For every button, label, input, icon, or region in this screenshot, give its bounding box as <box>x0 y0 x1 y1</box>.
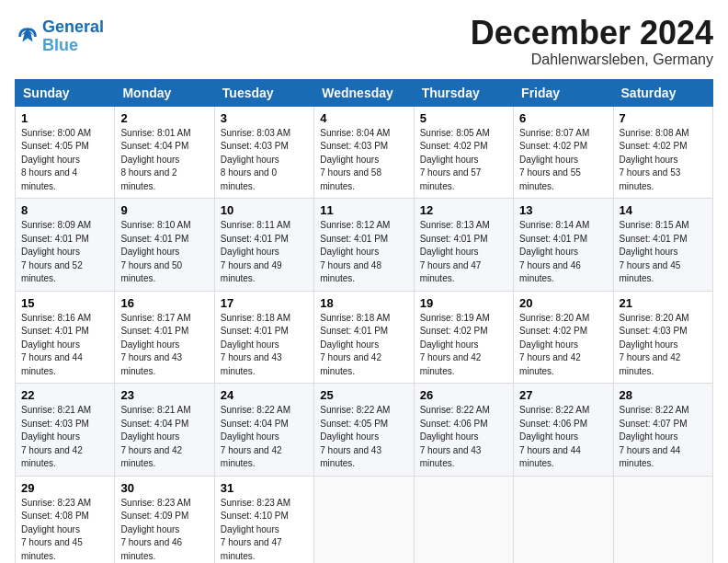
calendar-cell: 14Sunrise: 8:15 AMSunset: 4:01 PMDayligh… <box>613 199 712 292</box>
logo: General Blue <box>15 18 104 55</box>
day-number: 26 <box>420 388 507 402</box>
calendar-cell <box>314 476 414 563</box>
calendar-cell: 11Sunrise: 8:12 AMSunset: 4:01 PMDayligh… <box>314 199 414 292</box>
day-number: 14 <box>620 203 707 217</box>
calendar-cell: 16Sunrise: 8:17 AMSunset: 4:01 PMDayligh… <box>115 291 214 384</box>
day-number: 18 <box>320 296 407 310</box>
calendar-cell: 28Sunrise: 8:22 AMSunset: 4:07 PMDayligh… <box>613 384 712 477</box>
day-info: Sunrise: 8:22 AMSunset: 4:05 PMDaylight … <box>320 404 407 471</box>
day-number: 25 <box>320 388 407 402</box>
day-number: 16 <box>120 296 208 310</box>
weekday-header-row: SundayMondayTuesdayWednesdayThursdayFrid… <box>16 79 713 106</box>
day-number: 31 <box>221 481 308 495</box>
calendar-cell: 20Sunrise: 8:20 AMSunset: 4:02 PMDayligh… <box>514 291 613 384</box>
calendar-cell <box>514 476 613 563</box>
day-info: Sunrise: 8:05 AMSunset: 4:02 PMDaylight … <box>420 127 507 194</box>
calendar-week-5: 29Sunrise: 8:23 AMSunset: 4:08 PMDayligh… <box>16 476 713 563</box>
day-number: 5 <box>420 111 507 125</box>
day-number: 22 <box>21 388 108 402</box>
day-info: Sunrise: 8:21 AMSunset: 4:03 PMDaylight … <box>21 404 108 471</box>
day-number: 28 <box>620 388 707 402</box>
day-info: Sunrise: 8:08 AMSunset: 4:02 PMDaylight … <box>620 127 707 194</box>
calendar-cell: 19Sunrise: 8:19 AMSunset: 4:02 PMDayligh… <box>414 291 513 384</box>
calendar-body: 1Sunrise: 8:00 AMSunset: 4:05 PMDaylight… <box>16 106 713 563</box>
day-info: Sunrise: 8:22 AMSunset: 4:06 PMDaylight … <box>519 404 607 471</box>
day-number: 20 <box>519 296 607 310</box>
page-header: General Blue December 2024 Dahlenwarsleb… <box>15 15 713 68</box>
calendar-cell: 3Sunrise: 8:03 AMSunset: 4:03 PMDaylight… <box>214 106 313 199</box>
logo-line2: Blue <box>42 36 78 54</box>
day-number: 3 <box>221 111 308 125</box>
day-number: 17 <box>221 296 308 310</box>
day-info: Sunrise: 8:00 AMSunset: 4:05 PMDaylight … <box>21 127 108 194</box>
day-number: 19 <box>420 296 507 310</box>
calendar-cell: 8Sunrise: 8:09 AMSunset: 4:01 PMDaylight… <box>16 199 115 292</box>
day-number: 11 <box>320 203 407 217</box>
day-number: 29 <box>21 481 108 495</box>
calendar-cell: 30Sunrise: 8:23 AMSunset: 4:09 PMDayligh… <box>115 476 214 563</box>
day-info: Sunrise: 8:18 AMSunset: 4:01 PMDaylight … <box>221 312 308 379</box>
title-area: December 2024 Dahlenwarsleben, Germany <box>471 15 713 68</box>
day-info: Sunrise: 8:22 AMSunset: 4:06 PMDaylight … <box>420 404 507 471</box>
day-info: Sunrise: 8:22 AMSunset: 4:04 PMDaylight … <box>221 404 308 471</box>
day-number: 30 <box>120 481 208 495</box>
day-info: Sunrise: 8:11 AMSunset: 4:01 PMDaylight … <box>221 219 308 286</box>
calendar-cell: 1Sunrise: 8:00 AMSunset: 4:05 PMDaylight… <box>16 106 115 199</box>
calendar-cell: 5Sunrise: 8:05 AMSunset: 4:02 PMDaylight… <box>414 106 513 199</box>
calendar-week-3: 15Sunrise: 8:16 AMSunset: 4:01 PMDayligh… <box>16 291 713 384</box>
day-number: 8 <box>21 203 108 217</box>
day-info: Sunrise: 8:20 AMSunset: 4:03 PMDaylight … <box>620 312 707 379</box>
weekday-header-sunday: Sunday <box>16 79 115 106</box>
day-number: 12 <box>420 203 507 217</box>
day-info: Sunrise: 8:03 AMSunset: 4:03 PMDaylight … <box>221 127 308 194</box>
day-info: Sunrise: 8:22 AMSunset: 4:07 PMDaylight … <box>620 404 707 471</box>
calendar-cell: 15Sunrise: 8:16 AMSunset: 4:01 PMDayligh… <box>16 291 115 384</box>
day-info: Sunrise: 8:01 AMSunset: 4:04 PMDaylight … <box>120 127 208 194</box>
day-info: Sunrise: 8:17 AMSunset: 4:01 PMDaylight … <box>120 312 208 379</box>
calendar-cell: 4Sunrise: 8:04 AMSunset: 4:03 PMDaylight… <box>314 106 414 199</box>
day-info: Sunrise: 8:09 AMSunset: 4:01 PMDaylight … <box>21 219 108 286</box>
calendar-cell: 25Sunrise: 8:22 AMSunset: 4:05 PMDayligh… <box>314 384 414 477</box>
calendar-table: SundayMondayTuesdayWednesdayThursdayFrid… <box>15 79 713 563</box>
day-number: 1 <box>21 111 108 125</box>
logo-icon <box>15 24 40 50</box>
calendar-cell: 9Sunrise: 8:10 AMSunset: 4:01 PMDaylight… <box>115 199 214 292</box>
calendar-cell <box>414 476 513 563</box>
calendar-cell: 7Sunrise: 8:08 AMSunset: 4:02 PMDaylight… <box>613 106 712 199</box>
day-number: 13 <box>519 203 607 217</box>
day-info: Sunrise: 8:14 AMSunset: 4:01 PMDaylight … <box>519 219 607 286</box>
day-number: 10 <box>221 203 308 217</box>
calendar-cell: 6Sunrise: 8:07 AMSunset: 4:02 PMDaylight… <box>514 106 613 199</box>
day-info: Sunrise: 8:23 AMSunset: 4:10 PMDaylight … <box>221 497 308 563</box>
calendar-cell: 10Sunrise: 8:11 AMSunset: 4:01 PMDayligh… <box>214 199 313 292</box>
day-number: 21 <box>620 296 707 310</box>
day-number: 2 <box>120 111 208 125</box>
location-title: Dahlenwarsleben, Germany <box>471 52 713 68</box>
day-info: Sunrise: 8:16 AMSunset: 4:01 PMDaylight … <box>21 312 108 379</box>
day-number: 7 <box>620 111 707 125</box>
day-info: Sunrise: 8:19 AMSunset: 4:02 PMDaylight … <box>420 312 507 379</box>
day-info: Sunrise: 8:20 AMSunset: 4:02 PMDaylight … <box>519 312 607 379</box>
day-number: 27 <box>519 388 607 402</box>
calendar-week-1: 1Sunrise: 8:00 AMSunset: 4:05 PMDaylight… <box>16 106 713 199</box>
weekday-header-monday: Monday <box>115 79 214 106</box>
calendar-week-2: 8Sunrise: 8:09 AMSunset: 4:01 PMDaylight… <box>16 199 713 292</box>
calendar-cell: 13Sunrise: 8:14 AMSunset: 4:01 PMDayligh… <box>514 199 613 292</box>
calendar-cell <box>613 476 712 563</box>
weekday-header-saturday: Saturday <box>613 79 712 106</box>
calendar-cell: 17Sunrise: 8:18 AMSunset: 4:01 PMDayligh… <box>214 291 313 384</box>
day-info: Sunrise: 8:18 AMSunset: 4:01 PMDaylight … <box>320 312 407 379</box>
day-info: Sunrise: 8:15 AMSunset: 4:01 PMDaylight … <box>620 219 707 286</box>
day-info: Sunrise: 8:13 AMSunset: 4:01 PMDaylight … <box>420 219 507 286</box>
calendar-cell: 12Sunrise: 8:13 AMSunset: 4:01 PMDayligh… <box>414 199 513 292</box>
calendar-header: SundayMondayTuesdayWednesdayThursdayFrid… <box>16 79 713 106</box>
day-number: 23 <box>120 388 208 402</box>
day-info: Sunrise: 8:21 AMSunset: 4:04 PMDaylight … <box>120 404 208 471</box>
day-number: 9 <box>120 203 208 217</box>
calendar-week-4: 22Sunrise: 8:21 AMSunset: 4:03 PMDayligh… <box>16 384 713 477</box>
weekday-header-friday: Friday <box>514 79 613 106</box>
day-info: Sunrise: 8:12 AMSunset: 4:01 PMDaylight … <box>320 219 407 286</box>
month-title: December 2024 <box>471 15 713 52</box>
day-number: 15 <box>21 296 108 310</box>
day-info: Sunrise: 8:23 AMSunset: 4:09 PMDaylight … <box>120 497 208 563</box>
